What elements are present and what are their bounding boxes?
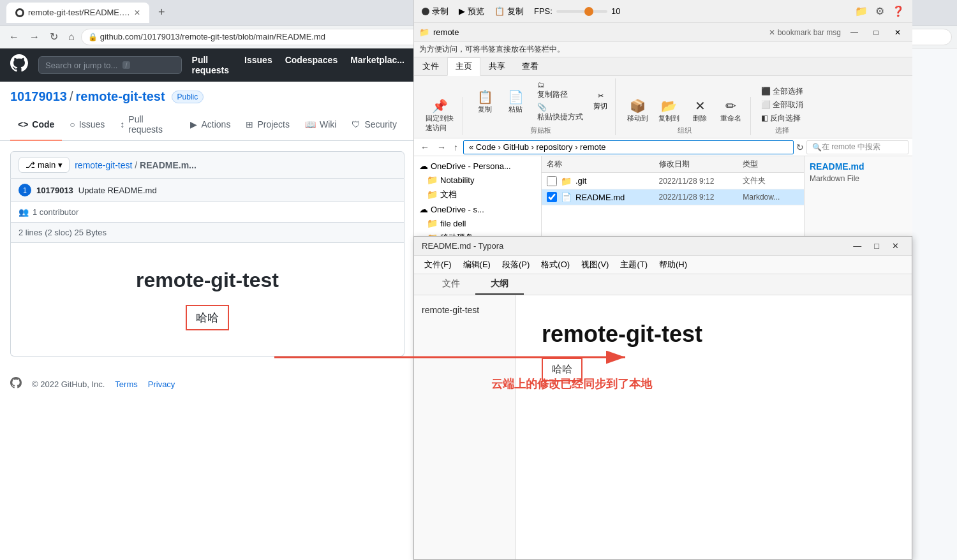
record-dot-icon — [422, 8, 429, 15]
ribbon-delete-item[interactable]: ✕ 删除 — [686, 97, 714, 124]
breadcrumb-repo[interactable]: remote-git-test — [76, 89, 165, 104]
ribbon-tab-share[interactable]: 共享 — [480, 57, 514, 75]
tab-close-btn[interactable]: ✕ — [134, 8, 140, 17]
paste-label: 粘贴 — [508, 105, 523, 114]
addr-search[interactable]: 🔍 在 remote 中搜索 — [806, 140, 909, 154]
tab-wiki-label: Wiki — [320, 119, 336, 129]
tree-doc1[interactable]: 📁 文档 — [414, 187, 541, 202]
col-name-header: 名称 — [547, 159, 659, 170]
window-controls: — □ ✕ — [845, 26, 907, 39]
tab-wiki[interactable]: 📖 Wiki — [297, 109, 344, 141]
maximize-button[interactable]: □ — [866, 26, 886, 39]
browser-tab[interactable]: remote-git-test/README.md ✕ — [6, 3, 149, 23]
gh-nav-marketplace[interactable]: Marketplac... — [350, 55, 404, 75]
tree-notability[interactable]: 📁 Notability — [414, 173, 541, 187]
minimize-button[interactable]: — — [845, 26, 864, 39]
preview-button[interactable]: ▶ 预览 — [459, 6, 484, 17]
back-button[interactable]: ← — [5, 29, 23, 45]
gh-content: ⎇ main ▾ remote-git-test / README.m... 1… — [0, 141, 415, 367]
tab-code[interactable]: <> Code — [10, 109, 62, 141]
footer-terms-link[interactable]: Terms — [115, 379, 137, 389]
tab-pullrequests[interactable]: ↕ Pull requests — [112, 109, 182, 141]
footer-privacy-link[interactable]: Privacy — [148, 379, 175, 389]
typora-tab-file[interactable]: 文件 — [427, 274, 475, 295]
file-row-readme[interactable]: 📄 README.md 2022/11/28 9:12 Markdow... — [542, 189, 804, 205]
typora-tab-outline[interactable]: 大纲 — [475, 274, 524, 295]
file-readme-checkbox[interactable] — [547, 192, 557, 202]
branch-icon: ⎇ — [26, 160, 35, 170]
forward-button[interactable]: → — [26, 29, 43, 45]
filepath-repo-link[interactable]: remote-git-test — [75, 160, 132, 170]
gh-nav-pullrequests[interactable]: Pull requests — [192, 55, 232, 75]
copy-button[interactable]: 📋 复制 — [494, 6, 524, 17]
gh-nav-codespaces[interactable]: Codespaces — [285, 55, 338, 75]
tab-security[interactable]: 🛡 Security — [344, 109, 404, 141]
typora-close-btn[interactable]: ✕ — [887, 241, 904, 251]
ribbon-rename-item[interactable]: ✏ 重命名 — [716, 97, 745, 124]
delete-label: 删除 — [693, 114, 707, 123]
typora-menu-para[interactable]: 段落(P) — [497, 257, 535, 272]
tab-issues[interactable]: ○ Issues — [62, 109, 112, 141]
addr-forward-btn[interactable]: → — [434, 141, 449, 154]
typora-editor[interactable]: remote-git-test 哈哈 — [516, 295, 912, 559]
select-invert-item[interactable]: ◧ 反向选择 — [759, 112, 806, 124]
outline-item-main[interactable]: remote-git-test — [422, 303, 508, 317]
record-button[interactable]: 录制 — [422, 6, 449, 17]
file-row-git[interactable]: 📁 .git 2022/11/28 9:12 文件夹 — [542, 173, 804, 189]
file-git-checkbox[interactable] — [547, 176, 557, 186]
help-icon[interactable]: ❓ — [892, 5, 905, 17]
tree-onedrive-s[interactable]: ☁ OneDrive - s... — [414, 202, 541, 216]
addr-path[interactable]: « Code › GitHub › repository › remote — [463, 140, 794, 154]
ribbon-clipboard-items: 📋 复制 📄 粘贴 🗂 复制路径 — [471, 78, 610, 124]
ribbon-copy-item[interactable]: 📋 复制 — [471, 88, 499, 115]
addr-up-btn[interactable]: ↑ — [451, 141, 461, 154]
typora-menu-view[interactable]: 视图(V) — [576, 257, 614, 272]
ribbon-tab-view[interactable]: 查看 — [514, 57, 547, 75]
gh-tabs: <> Code ○ Issues ↕ Pull requests ▶ Actio… — [0, 109, 415, 141]
tree-onedrive-personal[interactable]: ☁ OneDrive - Persona... — [414, 159, 541, 173]
scissors-icon[interactable]: ✂ — [598, 92, 604, 100]
explorer-titlebar: 📁 remote ✕ bookmark bar msg — □ ✕ — [414, 23, 912, 42]
settings-icon[interactable]: ⚙ — [875, 5, 884, 17]
preview-label: 预览 — [468, 6, 484, 17]
copy-path-item[interactable]: 🗂 复制路径 — [535, 80, 586, 101]
ribbon-moveto-item[interactable]: 📦 移动到 — [623, 97, 652, 124]
typora-menu-theme[interactable]: 主题(T) — [615, 257, 653, 272]
addr-refresh-btn[interactable]: ↻ — [796, 142, 804, 152]
ribbon-tabs: 文件 主页 共享 查看 — [414, 57, 912, 76]
select-none-item[interactable]: ⬜ 全部取消 — [759, 99, 806, 111]
paste-shortcut-item[interactable]: 📎 粘贴快捷方式 — [535, 102, 586, 123]
commit-user[interactable]: 10179013 — [36, 186, 73, 195]
typora-menu-edit[interactable]: 编辑(E) — [458, 257, 496, 272]
gh-search[interactable]: Search or jump to... / — [38, 56, 182, 74]
ribbon-tab-home[interactable]: 主页 — [447, 57, 480, 76]
rename-label: 重命名 — [720, 114, 741, 123]
typora-minimize-btn[interactable]: — — [848, 241, 866, 251]
tab-actions[interactable]: ▶ Actions — [182, 109, 238, 141]
typora-maximize-btn[interactable]: □ — [869, 241, 884, 251]
ribbon-paste-item[interactable]: 📄 粘贴 — [501, 88, 530, 115]
col-date-label: 修改日期 — [659, 159, 690, 168]
close-button[interactable]: ✕ — [888, 26, 907, 39]
ribbon-pin-item[interactable]: 📌 固定到快速访问 — [422, 97, 457, 134]
typora-menu-file[interactable]: 文件(F) — [419, 257, 457, 272]
folder-icon[interactable]: 📁 — [855, 5, 868, 17]
typora-menu-format[interactable]: 格式(O) — [536, 257, 575, 272]
fps-slider[interactable] — [556, 10, 607, 13]
gh-file-title: remote-git-test — [24, 269, 391, 292]
ribbon-tab-file[interactable]: 文件 — [414, 57, 447, 75]
ribbon-copyto-item[interactable]: 📂 复制到 — [655, 97, 683, 124]
contributors-count[interactable]: 1 contributor — [33, 207, 78, 217]
reload-button[interactable]: ↻ — [46, 28, 62, 45]
tab-projects[interactable]: ⊞ Projects — [238, 109, 297, 141]
new-tab-button[interactable]: + — [154, 4, 169, 20]
gh-nav-issues[interactable]: Issues — [244, 55, 272, 75]
typora-menu-help[interactable]: 帮助(H) — [654, 257, 692, 272]
select-all-item[interactable]: ⬛ 全部选择 — [759, 85, 806, 98]
addr-back-btn[interactable]: ← — [418, 141, 432, 154]
col-date-header: 修改日期 — [659, 159, 743, 170]
home-button[interactable]: ⌂ — [64, 29, 78, 45]
tree-filedell[interactable]: 📁 file dell — [414, 216, 541, 230]
breadcrumb-owner[interactable]: 10179013 — [10, 89, 67, 104]
branch-selector[interactable]: ⎇ main ▾ — [19, 157, 70, 173]
